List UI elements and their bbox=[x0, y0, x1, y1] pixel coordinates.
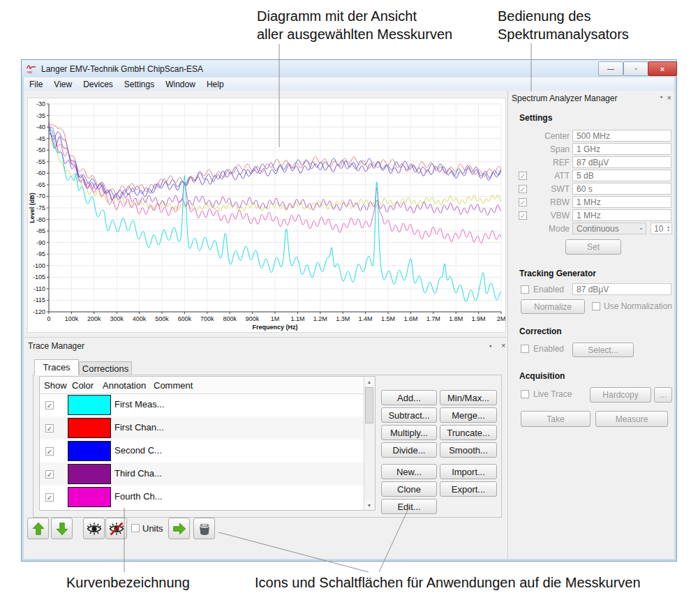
spectrum-plot[interactable]: -30-35-40-45-50-55-60-65-70-75-80-85-90-… bbox=[27, 98, 506, 333]
eye-slash-icon bbox=[108, 520, 125, 537]
panel-close-icon[interactable]: × bbox=[667, 93, 671, 102]
color-swatch[interactable] bbox=[68, 441, 111, 461]
units-label: Units bbox=[142, 523, 163, 534]
svg-text:400k: 400k bbox=[133, 315, 147, 322]
count-spinner[interactable]: 10 ▲▼ bbox=[651, 223, 672, 234]
show-trace-button[interactable] bbox=[83, 518, 105, 539]
table-row[interactable]: ✓ Third Cha... bbox=[40, 463, 364, 486]
col-show: Show bbox=[40, 380, 68, 391]
table-scrollbar[interactable]: ▲ ▼ bbox=[364, 377, 375, 510]
units-checkbox[interactable] bbox=[131, 524, 140, 532]
titlebar[interactable]: xqc Langer EMV-Technik GmbH ChipScan-ESA… bbox=[22, 60, 676, 77]
multiply-button[interactable]: Multiply... bbox=[381, 425, 437, 440]
att-input[interactable]: 5 dB bbox=[572, 170, 671, 181]
rbw-checkbox[interactable]: ✓ bbox=[519, 198, 527, 206]
swt-input[interactable]: 60 s bbox=[572, 183, 671, 195]
measure-button[interactable]: Measure bbox=[595, 411, 668, 427]
close-button[interactable]: × bbox=[648, 61, 677, 76]
att-label: ATT bbox=[532, 171, 570, 181]
svg-text:-65: -65 bbox=[36, 181, 45, 188]
take-button[interactable]: Take bbox=[521, 411, 591, 427]
menu-devices[interactable]: Devices bbox=[77, 80, 119, 89]
color-swatch[interactable] bbox=[68, 395, 111, 415]
show-checkbox[interactable]: ✓ bbox=[45, 447, 54, 456]
close-icon: × bbox=[660, 65, 664, 73]
scroll-down-icon[interactable]: ▼ bbox=[364, 500, 374, 510]
correction-enabled-checkbox[interactable] bbox=[521, 345, 529, 353]
tab-corrections[interactable]: Corrections bbox=[79, 361, 132, 375]
annotation-spectrum-line1: Bedienung des bbox=[498, 7, 629, 25]
center-input[interactable]: 500 MHz bbox=[572, 130, 671, 142]
svg-text:1.3M: 1.3M bbox=[336, 315, 350, 322]
tg-enabled-checkbox[interactable] bbox=[521, 285, 529, 294]
apply-button[interactable] bbox=[168, 518, 190, 539]
pin-icon[interactable]: ▪ bbox=[660, 93, 662, 100]
tg-level-input[interactable]: 87 dBµV bbox=[572, 283, 671, 295]
show-checkbox[interactable]: ✓ bbox=[45, 424, 54, 433]
normalize-button[interactable]: Normalize bbox=[521, 299, 585, 314]
menu-view[interactable]: View bbox=[48, 80, 77, 89]
att-checkbox[interactable]: ✓ bbox=[519, 172, 527, 180]
move-up-button[interactable] bbox=[27, 518, 49, 539]
use-normalization-checkbox[interactable] bbox=[592, 302, 600, 310]
span-input[interactable]: 1 GHz bbox=[572, 143, 671, 155]
table-row[interactable]: ✓ Fourth Ch... bbox=[40, 486, 364, 509]
maximize-button[interactable]: ▫ bbox=[623, 61, 648, 76]
maximize-icon: ▫ bbox=[634, 65, 637, 73]
tab-traces[interactable]: Traces bbox=[34, 359, 79, 375]
smooth-button[interactable]: Smooth... bbox=[440, 442, 497, 458]
table-row[interactable]: ✓ First Chan... bbox=[40, 416, 364, 440]
scroll-up-icon[interactable]: ▲ bbox=[364, 377, 374, 386]
select-button[interactable]: Select... bbox=[572, 343, 634, 357]
vbw-input[interactable]: 1 MHz bbox=[572, 209, 671, 221]
minmax-button[interactable]: Min/Max... bbox=[440, 390, 497, 405]
color-swatch[interactable] bbox=[68, 418, 111, 438]
table-row[interactable]: ✓ Second C... bbox=[40, 440, 364, 463]
show-checkbox[interactable]: ✓ bbox=[45, 401, 54, 410]
page: Diagramm mit der Ansicht aller ausgewähl… bbox=[0, 0, 698, 616]
subtract-button[interactable]: Subtract... bbox=[381, 407, 437, 423]
swt-label: SWT bbox=[532, 184, 570, 194]
pin-icon[interactable]: ▪ bbox=[489, 343, 491, 350]
trace-annotation: First Meas... bbox=[114, 399, 165, 410]
svg-text:-110: -110 bbox=[34, 285, 45, 292]
panel-close-icon[interactable]: × bbox=[501, 341, 505, 350]
settings-heading: Settings bbox=[519, 113, 552, 123]
new-button[interactable]: New... bbox=[381, 464, 437, 479]
svg-text:-40: -40 bbox=[36, 123, 45, 130]
annotation-icons-label: Icons und Schaltflächen für Anwendungen … bbox=[255, 573, 641, 592]
export-button[interactable]: Export... bbox=[440, 481, 497, 497]
vbw-checkbox[interactable]: ✓ bbox=[519, 211, 527, 220]
color-swatch[interactable] bbox=[68, 464, 111, 484]
show-checkbox[interactable]: ✓ bbox=[45, 470, 54, 479]
delete-trace-button[interactable] bbox=[193, 518, 215, 539]
truncate-button[interactable]: Truncate... bbox=[440, 425, 497, 440]
scrollbar-thumb[interactable] bbox=[365, 387, 373, 423]
ref-input[interactable]: 87 dBµV bbox=[572, 156, 671, 168]
divide-button[interactable]: Divide... bbox=[381, 442, 437, 458]
hide-trace-button[interactable] bbox=[105, 518, 127, 539]
set-button[interactable]: Set bbox=[565, 239, 621, 255]
minimize-button[interactable]: — bbox=[598, 61, 623, 76]
merge-button[interactable]: Merge... bbox=[440, 407, 497, 423]
swt-checkbox[interactable]: ✓ bbox=[519, 185, 527, 193]
chart-svg[interactable]: -30-35-40-45-50-55-60-65-70-75-80-85-90-… bbox=[28, 98, 505, 332]
menu-settings[interactable]: Settings bbox=[119, 80, 160, 89]
menu-file[interactable]: File bbox=[24, 80, 48, 89]
hardcopy-button[interactable]: Hardcopy bbox=[590, 387, 651, 403]
spinner-arrows-icon[interactable]: ▲▼ bbox=[667, 225, 671, 232]
menu-window[interactable]: Window bbox=[160, 80, 201, 89]
clone-button[interactable]: Clone bbox=[381, 481, 437, 497]
hardcopy-more-button[interactable]: ... bbox=[654, 387, 672, 403]
rbw-input[interactable]: 1 MHz bbox=[572, 196, 671, 208]
add-button[interactable]: Add... bbox=[381, 390, 437, 405]
live-trace-checkbox[interactable] bbox=[521, 390, 529, 398]
edit-button[interactable]: Edit... bbox=[381, 499, 437, 514]
import-button[interactable]: Import... bbox=[440, 464, 497, 479]
color-swatch[interactable] bbox=[68, 487, 111, 507]
move-down-button[interactable] bbox=[51, 518, 73, 539]
mode-dropdown[interactable]: Continuous ▾ bbox=[572, 223, 646, 234]
menu-help[interactable]: Help bbox=[201, 80, 230, 89]
show-checkbox[interactable]: ✓ bbox=[45, 493, 54, 502]
table-row[interactable]: ✓ First Meas... bbox=[40, 393, 364, 416]
